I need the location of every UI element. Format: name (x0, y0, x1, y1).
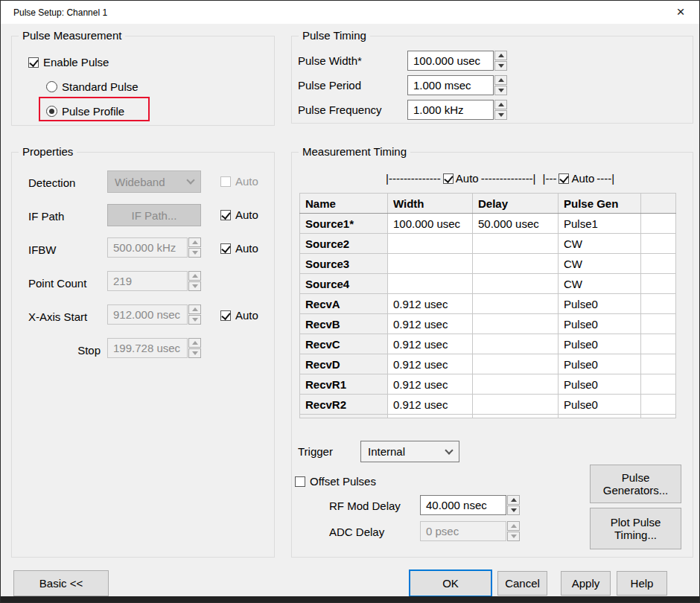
pulse-period-input[interactable]: 1.000 msec (407, 75, 494, 95)
row-pulse-gen[interactable]: Pulse0 (559, 314, 641, 334)
point-count-input: 219 (107, 271, 188, 291)
title-bar[interactable]: Pulse Setup: Channel 1 × (1, 1, 699, 24)
checkbox-icon[interactable] (28, 57, 39, 68)
row-name[interactable]: Source2 (300, 234, 388, 254)
checkbox-icon (220, 176, 231, 187)
row-name[interactable]: RecvA (300, 294, 388, 314)
row-pulse-gen[interactable]: Pulse0 (559, 374, 641, 395)
stop-spinbox: 199.728 usec (107, 338, 201, 358)
row-width[interactable]: 100.000 usec (388, 214, 473, 234)
trigger-dropdown[interactable]: Internal (360, 441, 459, 462)
ifbw-spinbox: 500.000 kHz (107, 237, 201, 258)
adc-delay-spinbox: 0 psec (420, 521, 520, 541)
pulse-gen-auto-checkbox[interactable] (559, 173, 569, 184)
row-pulse-gen[interactable]: Pulse0 (559, 334, 641, 354)
row-width[interactable] (388, 234, 473, 254)
width-delay-auto-checkbox[interactable] (443, 173, 454, 184)
ifbw-input: 500.000 kHz (107, 237, 188, 258)
row-name[interactable]: RecvB (300, 314, 388, 334)
pulse-period-stepper[interactable] (494, 75, 507, 95)
enable-pulse-checkbox[interactable]: Enable Pulse (28, 56, 109, 68)
ok-button[interactable]: OK (409, 570, 492, 597)
detection-auto-label: Auto (235, 175, 258, 188)
row-filler (641, 234, 676, 254)
row-delay[interactable] (473, 334, 559, 354)
stop-input: 199.728 usec (107, 338, 188, 358)
pulse-width-spinbox: 100.000 usec (407, 51, 507, 71)
help-button[interactable]: Help (617, 571, 667, 596)
detection-label: Detection (28, 176, 75, 189)
row-name[interactable]: Source4 (300, 274, 388, 294)
spin-up-icon[interactable] (494, 75, 507, 85)
table-row: RecvD 0.912 usec Pulse0 (300, 354, 676, 374)
spin-down-icon (188, 281, 201, 291)
row-name[interactable]: RecvD (300, 354, 388, 374)
row-width[interactable]: 0.912 usec (388, 294, 473, 314)
row-delay[interactable] (473, 354, 559, 374)
cancel-button[interactable]: Cancel (497, 571, 547, 596)
checkbox-icon[interactable] (220, 210, 231, 220)
spin-down-icon[interactable] (494, 110, 507, 120)
row-name[interactable]: RecvR2 (300, 395, 388, 415)
row-width[interactable]: 0.912 usec (388, 374, 473, 395)
row-width[interactable] (388, 254, 473, 274)
pulse-generators-button[interactable]: Pulse Generators... (590, 465, 681, 503)
row-name[interactable]: RecvR1 (300, 374, 388, 395)
row-delay[interactable] (473, 274, 559, 294)
standard-pulse-radio[interactable]: Standard Pulse (46, 80, 139, 93)
row-delay[interactable] (473, 314, 559, 334)
row-pulse-gen[interactable]: Pulse1 (559, 214, 641, 234)
row-pulse-gen[interactable]: CW (559, 234, 641, 254)
if-path-auto-checkbox[interactable]: Auto (220, 208, 258, 221)
ifbw-auto-checkbox[interactable]: Auto (220, 242, 258, 255)
row-delay[interactable] (473, 395, 559, 415)
basic-toggle-button[interactable]: Basic << (13, 570, 109, 596)
pulse-width-input[interactable]: 100.000 usec (407, 51, 494, 71)
checkbox-icon[interactable] (295, 476, 305, 487)
row-width[interactable]: 0.912 usec (388, 314, 473, 334)
row-delay[interactable] (473, 234, 559, 254)
row-name[interactable]: RecvC (300, 334, 388, 354)
table-row: Source3 CW (300, 254, 676, 274)
row-width[interactable]: 0.912 usec (388, 395, 473, 415)
spin-down-icon[interactable] (494, 86, 507, 95)
radio-icon[interactable] (46, 81, 57, 92)
spin-up-icon[interactable] (494, 51, 507, 60)
spin-up-icon (188, 271, 201, 281)
close-icon[interactable]: × (672, 3, 690, 21)
table-row: Source1* 100.000 usec 50.000 usec Pulse1 (300, 214, 676, 234)
standard-pulse-label: Standard Pulse (62, 80, 139, 93)
spin-down-icon[interactable] (507, 505, 520, 515)
row-delay[interactable] (473, 294, 559, 314)
spin-up-icon[interactable] (494, 100, 507, 109)
row-delay[interactable] (473, 374, 559, 395)
row-width[interactable]: 0.912 usec (388, 354, 473, 374)
row-name[interactable]: Source1* (300, 214, 388, 234)
apply-button[interactable]: Apply (561, 571, 611, 596)
row-pulse-gen[interactable]: Pulse0 (559, 354, 641, 374)
row-pulse-gen[interactable]: Pulse0 (559, 395, 641, 415)
row-filler (641, 354, 676, 374)
spin-up-icon[interactable] (507, 495, 520, 505)
rf-mod-delay-input[interactable]: 40.000 nsec (420, 495, 506, 515)
checkbox-icon[interactable] (220, 310, 231, 321)
row-pulse-gen[interactable]: CW (559, 254, 641, 274)
pulse-width-stepper[interactable] (494, 51, 507, 71)
offset-pulses-checkbox[interactable]: Offset Pulses (295, 475, 376, 488)
pulse-frequency-stepper[interactable] (494, 100, 507, 120)
row-delay[interactable] (473, 254, 559, 274)
pulse-frequency-input[interactable]: 1.000 kHz (407, 100, 494, 120)
row-width[interactable]: 0.912 usec (388, 334, 473, 354)
checkbox-icon[interactable] (220, 243, 231, 254)
rf-mod-delay-stepper[interactable] (507, 495, 520, 515)
row-pulse-gen[interactable]: Pulse0 (559, 294, 641, 314)
spin-down-icon[interactable] (494, 61, 507, 71)
row-width[interactable] (388, 274, 473, 294)
pulse-frequency-spinbox: 1.000 kHz (407, 100, 507, 120)
row-name[interactable]: Source3 (300, 254, 388, 274)
row-delay[interactable]: 50.000 usec (473, 214, 559, 234)
row-pulse-gen[interactable]: CW (559, 274, 641, 294)
x-axis-auto-checkbox[interactable]: Auto (220, 309, 258, 322)
ifbw-auto-label: Auto (235, 242, 258, 255)
plot-pulse-timing-button[interactable]: Plot Pulse Timing... (590, 508, 681, 549)
